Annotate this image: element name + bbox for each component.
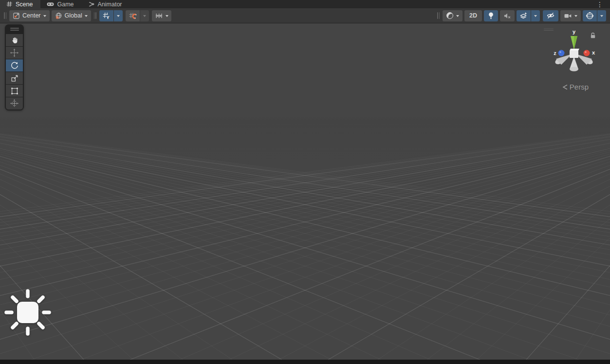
overlay-drag-handle[interactable]	[10, 28, 19, 31]
effects-group	[517, 10, 540, 21]
grid-axis-icon: Y	[102, 12, 111, 20]
toolbar-drag-handle[interactable]	[437, 12, 440, 19]
axis-z-label: z	[554, 50, 556, 56]
eye-slash-icon	[546, 12, 555, 19]
chevron-down-icon	[143, 15, 146, 18]
scale-icon	[10, 74, 19, 83]
effects-dropdown[interactable]	[531, 10, 540, 21]
grid-snap-group	[126, 10, 149, 21]
grid-snap-dropdown[interactable]	[140, 10, 149, 21]
rect-icon	[10, 87, 19, 95]
rotate-tool-button[interactable]	[6, 59, 23, 72]
effects-toggle[interactable]	[517, 10, 531, 21]
snap-increment-button[interactable]	[152, 10, 171, 21]
handle-position-label: Center	[22, 12, 41, 19]
tool-handle-position-dropdown[interactable]: Center	[9, 10, 50, 21]
chevron-down-icon	[574, 15, 577, 18]
directional-light-sun-icon[interactable]	[2, 287, 53, 338]
gizmo-cube[interactable]	[570, 51, 578, 58]
component-tools-toggle[interactable]	[583, 10, 597, 21]
move-icon	[10, 48, 19, 57]
tools-overlay	[5, 24, 24, 110]
scene-viewport[interactable]: y z x Persp	[0, 23, 610, 364]
chevron-down-icon	[456, 15, 459, 18]
tab-label: Game	[57, 1, 74, 8]
audio-muted-icon	[503, 12, 511, 19]
snap-increment-icon	[155, 12, 163, 20]
grid-axis-letter: Y	[106, 15, 109, 19]
audio-mute-toggle[interactable]	[500, 10, 515, 21]
move-tool-button[interactable]	[6, 47, 23, 59]
globe-icon	[55, 12, 62, 19]
tab-animator[interactable]: Animator	[82, 0, 130, 8]
persp-chevron-icon	[562, 84, 568, 91]
tab-label: Scene	[16, 1, 33, 8]
scene-grid-icon	[6, 1, 13, 7]
bottom-pane-edge	[0, 360, 610, 364]
snap-increment-group	[152, 10, 172, 21]
ground-grid	[0, 23, 610, 364]
view-2d-toggle[interactable]: 2D	[464, 10, 482, 21]
animator-icon	[88, 1, 95, 7]
camera-settings-dropdown[interactable]	[560, 10, 581, 21]
light-bulb-icon	[487, 12, 495, 19]
toolbar-drag-handle[interactable]	[94, 12, 96, 19]
component-tools-dropdown[interactable]	[597, 10, 606, 21]
axis-x-label: x	[592, 50, 595, 55]
tool-handle-rotation-dropdown[interactable]: Global	[52, 10, 91, 21]
axis-y-label: y	[573, 29, 576, 35]
pivot-icon	[13, 12, 20, 19]
tab-game[interactable]: Game	[40, 0, 81, 8]
scene-lighting-toggle[interactable]	[484, 10, 498, 21]
grid-snap-toggle[interactable]	[126, 10, 140, 21]
unity-editor-window: Scene Game Animator ⋮	[0, 0, 610, 364]
component-tools-group	[583, 10, 606, 21]
view-tool-button[interactable]	[6, 34, 23, 46]
axis-x-ball[interactable]	[584, 50, 590, 56]
gamepad-icon	[47, 1, 54, 7]
pane-menu-button[interactable]: ⋮	[596, 0, 603, 8]
chevron-down-icon	[117, 15, 120, 18]
grid-axis-dropdown[interactable]	[114, 10, 123, 21]
grid-snap-magnet-icon	[129, 12, 137, 20]
scene-view-toolbar: Center Global	[0, 8, 610, 23]
transform-icon	[10, 99, 19, 108]
projection-toggle[interactable]: Persp	[562, 83, 589, 91]
gizmo-sphere-icon	[586, 12, 594, 20]
axis-z-ball[interactable]	[558, 50, 565, 56]
shaded-sphere-icon	[446, 12, 454, 19]
chevron-down-icon	[43, 15, 46, 18]
scale-tool-button[interactable]	[6, 72, 23, 84]
2d-label: 2D	[468, 12, 479, 19]
grid-axis-toggle[interactable]: Y	[99, 10, 113, 21]
handle-rotation-label: Global	[65, 12, 82, 19]
pane-tab-bar: Scene Game Animator ⋮	[0, 0, 610, 8]
draw-mode-dropdown[interactable]	[443, 10, 462, 21]
chevron-down-icon	[85, 15, 88, 18]
grid-visibility-group: Y	[99, 10, 123, 21]
axis-y-cone-shade	[574, 36, 577, 50]
chevron-down-icon	[600, 15, 603, 18]
orientation-gizmo[interactable]: y z x	[552, 29, 600, 78]
kebab-icon: ⋮	[596, 1, 603, 8]
scene-visibility-toggle[interactable]	[543, 10, 558, 21]
projection-label: Persp	[570, 83, 589, 91]
chevron-down-icon	[534, 15, 537, 18]
transform-tool-button[interactable]	[6, 97, 23, 109]
tab-label: Animator	[98, 1, 122, 8]
effects-icon	[519, 12, 528, 20]
toolbar-right-cluster: 2D	[436, 10, 606, 21]
camera-icon	[564, 12, 572, 19]
rect-tool-button[interactable]	[6, 85, 23, 97]
rotate-icon	[10, 61, 19, 70]
tab-scene[interactable]: Scene	[0, 0, 40, 8]
toolbar-drag-handle[interactable]	[4, 12, 6, 19]
chevron-down-icon	[166, 15, 168, 18]
hand-icon	[10, 36, 19, 45]
